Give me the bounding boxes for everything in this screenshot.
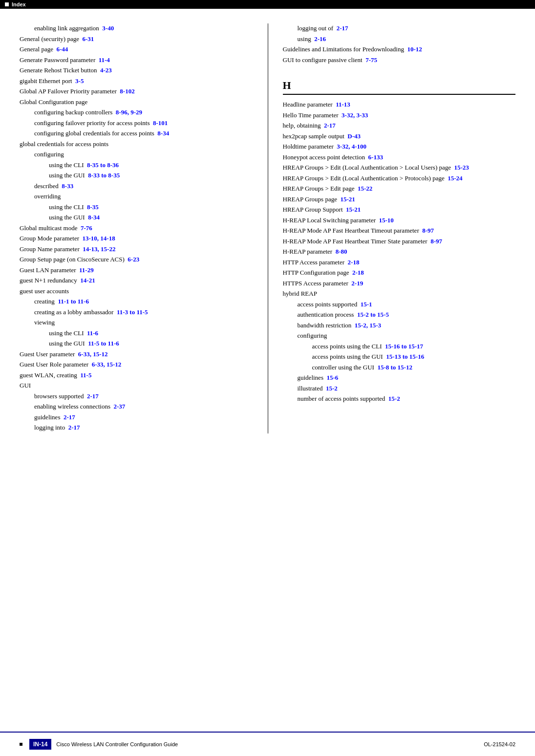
entry-pageref[interactable]: 11-29 <box>76 266 94 274</box>
entry-pageref[interactable]: 15-2 <box>323 385 338 392</box>
entry-pageref[interactable]: 2-16 <box>311 35 326 43</box>
entry-pageref[interactable]: 8-35 <box>84 203 99 211</box>
list-item: H-REAP Local Switching parameter 15-10 <box>283 216 516 225</box>
entry-pageref[interactable]: 11-3 to 11-5 <box>113 308 148 316</box>
entry-pageref[interactable]: 8-101 <box>150 119 168 127</box>
list-item: using the GUI 8-33 to 8-35 <box>49 171 253 180</box>
entry-pageref[interactable]: 15-21 <box>343 206 361 213</box>
entry-pageref[interactable]: 11-13 <box>333 101 350 108</box>
list-item: Headline parameter 11-13 <box>283 100 516 109</box>
entry-pageref[interactable]: 10-12 <box>404 45 422 53</box>
list-item: help, obtaining 2-17 <box>283 121 516 130</box>
entry-label: logging out of <box>298 24 334 32</box>
footer-title: Cisco Wireless LAN Controller Configurat… <box>56 741 178 747</box>
entry-pageref[interactable]: 11-6 <box>84 329 99 337</box>
top-bar-label: Index <box>12 1 26 7</box>
list-item: H-REAP Mode AP Fast Heartbeat Timer Stat… <box>283 237 516 246</box>
entry-pageref[interactable]: 8-35 to 8-36 <box>84 161 119 169</box>
top-bar-square <box>5 2 9 6</box>
entry-pageref[interactable]: 8-80 <box>332 248 347 255</box>
entry-pageref[interactable]: 14-13, 15-22 <box>80 245 116 253</box>
entry-pageref[interactable]: 3-32, 4-100 <box>334 143 366 150</box>
entry-pageref[interactable]: 15-8 to 15-12 <box>374 364 412 371</box>
entry-pageref[interactable]: 7-75 <box>363 56 377 64</box>
list-item: Global multicast mode 7-76 <box>20 223 253 233</box>
entry-pageref[interactable]: 8-33 <box>59 182 73 190</box>
list-item: GUI <box>20 381 253 390</box>
entry-pageref[interactable]: 6-33, 15-12 <box>75 350 107 358</box>
entry-pageref[interactable]: 15-2 <box>385 395 400 402</box>
entry-pageref[interactable]: 2-18 <box>344 259 359 266</box>
list-item: Group Name parameter 14-13, 15-22 <box>20 244 253 254</box>
entry-pageref[interactable]: 15-2 to 15-5 <box>354 311 389 318</box>
entry-pageref[interactable]: 4-23 <box>97 66 112 74</box>
entry-pageref[interactable]: 15-6 <box>323 374 338 381</box>
entry-pageref[interactable]: 7-76 <box>77 224 92 232</box>
entry-pageref[interactable]: 2-17 <box>333 24 348 32</box>
list-item: configuring <box>298 331 516 341</box>
entry-pageref[interactable]: 2-18 <box>349 269 364 276</box>
entry-pageref[interactable]: 13-10, 14-18 <box>79 235 115 242</box>
entry-pageref[interactable]: 8-33 to 8-35 <box>85 172 120 179</box>
list-item: controller using the GUI 15-8 to 15-12 <box>312 363 516 372</box>
list-item: access points supported 15-1 <box>298 300 516 309</box>
entry-pageref[interactable]: 11-5 to 11-6 <box>85 340 119 347</box>
entry-pageref[interactable]: 14-21 <box>77 277 95 284</box>
entry-pageref[interactable]: 15-1 <box>357 301 372 308</box>
entry-pageref[interactable]: 15-22 <box>354 185 372 192</box>
entry-pageref[interactable]: 8-97 <box>419 227 434 234</box>
list-item: using the GUI 8-34 <box>49 213 253 222</box>
entry-pageref[interactable]: 15-24 <box>445 174 463 182</box>
right-entries: Headline parameter 11-13Hello Time param… <box>283 100 516 404</box>
entry-label: HREAP Groups > Edit page <box>283 185 355 192</box>
list-item: General page 6-44 <box>20 44 253 54</box>
entry-pageref[interactable]: 2-17 <box>321 122 336 129</box>
entry-pageref[interactable]: 15-21 <box>337 195 355 203</box>
entry-pageref[interactable]: D-43 <box>344 132 361 140</box>
entry-pageref[interactable]: 15-16 to 15-17 <box>382 343 423 350</box>
entry-label: using <box>298 35 311 43</box>
entry-label: creating as a lobby ambassador <box>34 308 113 316</box>
left-cont-entries: logging out of 2-17using 2-16Guidelines … <box>283 23 516 65</box>
entry-pageref[interactable]: 3-5 <box>72 77 84 85</box>
list-item: GUI to configure passive client 7-75 <box>283 55 516 65</box>
footer-badge: IN-14 <box>29 739 51 750</box>
entry-pageref[interactable]: 2-17 <box>84 392 98 400</box>
entry-label: hybrid REAP <box>283 290 317 297</box>
list-item: enabling link aggregation 3-40 <box>34 23 253 33</box>
entry-pageref[interactable]: 11-4 <box>95 56 110 64</box>
entry-pageref[interactable]: 15-2, 15-3 <box>351 322 381 329</box>
entry-pageref[interactable]: 11-5 <box>77 371 92 379</box>
entry-pageref[interactable]: 8-97 <box>428 238 442 245</box>
entry-pageref[interactable]: 3-40 <box>99 24 114 32</box>
entry-label: Group Mode parameter <box>20 235 79 242</box>
entry-pageref[interactable]: 8-34 <box>154 130 169 137</box>
list-item: creating as a lobby ambassador 11-3 to 1… <box>34 307 253 317</box>
entry-pageref[interactable]: 8-34 <box>85 214 100 221</box>
section-h-header: H <box>283 79 516 95</box>
entry-pageref[interactable]: 8-102 <box>117 87 135 95</box>
entry-label: using the GUI <box>49 214 85 221</box>
entry-label: number of access points supported <box>298 395 385 402</box>
entry-pageref[interactable]: 15-13 to 15-16 <box>383 353 425 360</box>
entry-pageref[interactable]: 6-133 <box>365 153 383 161</box>
entry-pageref[interactable]: 2-17 <box>60 413 75 421</box>
entry-pageref[interactable]: 3-32, 3-33 <box>339 111 368 119</box>
entry-pageref[interactable]: 6-31 <box>79 35 94 43</box>
entry-label: using the CLI <box>49 161 84 169</box>
entry-pageref[interactable]: 2-17 <box>65 424 80 431</box>
entry-label: H-REAP Mode AP Fast Heartbeat Timeout pa… <box>283 227 419 234</box>
entry-pageref[interactable]: 15-10 <box>376 216 394 224</box>
entry-pageref[interactable]: 2-37 <box>110 403 125 410</box>
entry-pageref[interactable]: 6-44 <box>53 45 68 53</box>
entry-pageref[interactable]: 6-23 <box>125 256 139 263</box>
entry-label: access points supported <box>298 301 358 308</box>
entry-pageref[interactable]: 6-33, 15-12 <box>88 361 121 368</box>
list-item: Group Mode parameter 13-10, 14-18 <box>20 234 253 243</box>
entry-pageref[interactable]: 8-96, 9-29 <box>112 108 142 116</box>
entry-pageref[interactable]: 2-19 <box>348 280 363 287</box>
entry-pageref[interactable]: 15-23 <box>451 164 469 171</box>
top-bar: Index <box>0 0 535 9</box>
entry-label: guest user accounts <box>20 287 69 295</box>
entry-pageref[interactable]: 11-1 to 11-6 <box>55 298 89 305</box>
